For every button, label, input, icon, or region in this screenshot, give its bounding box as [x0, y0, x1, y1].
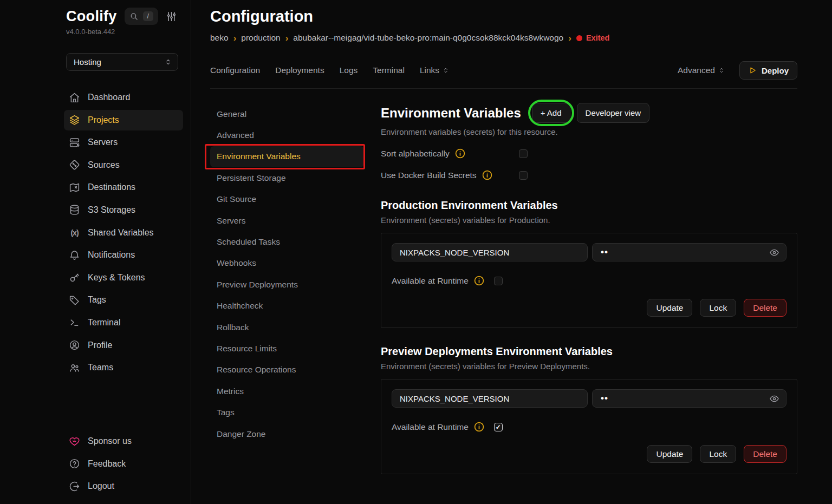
breadcrumb-project[interactable]: beko — [210, 33, 229, 43]
subnav-general[interactable]: General — [210, 103, 364, 125]
sidebar-item-label: Feedback — [88, 459, 126, 469]
tab-configuration[interactable]: Configuration — [210, 66, 260, 75]
sidebar-item-label: Servers — [88, 138, 118, 147]
sidebar-item-label: Notifications — [88, 250, 135, 260]
team-select[interactable]: Hosting — [66, 53, 178, 71]
subnav-environment-variables[interactable]: Environment Variables — [210, 146, 364, 167]
lock-button[interactable]: Lock — [700, 445, 736, 463]
subnav-danger-zone[interactable]: Danger Zone — [210, 423, 364, 444]
sidebar-item-dashboard[interactable]: Dashboard — [64, 87, 183, 108]
sidebar-item-sponsor[interactable]: Sponsor us — [64, 431, 183, 451]
search-icon — [129, 12, 139, 21]
subnav-rollback[interactable]: Rollback — [210, 317, 364, 338]
app-logo: Coolify — [66, 8, 117, 25]
sidebar-item-servers[interactable]: Servers — [64, 132, 183, 153]
tabs: Configuration Deployments Logs Terminal … — [210, 66, 450, 75]
info-icon — [482, 169, 493, 181]
status-dot-icon — [576, 35, 582, 41]
env-variable-value-field[interactable]: •• — [592, 243, 786, 261]
developer-view-label: Developer view — [586, 108, 641, 117]
sidebar-item-shared-variables[interactable]: (x) Shared Variables — [64, 222, 183, 243]
subnav-metrics[interactable]: Metrics — [210, 381, 364, 402]
chevrons-up-down-icon — [442, 67, 450, 74]
subnav-scheduled-tasks[interactable]: Scheduled Tasks — [210, 231, 364, 252]
subnav-healthcheck[interactable]: Healthcheck — [210, 296, 364, 317]
add-label: + Add — [541, 108, 562, 117]
settings-sliders-button[interactable] — [166, 11, 177, 22]
sort-alphabetically-checkbox[interactable] — [519, 149, 528, 158]
sidebar-item-label: Teams — [88, 363, 113, 372]
eye-icon — [769, 247, 779, 258]
sidebar-item-notifications[interactable]: Notifications — [64, 245, 183, 265]
map-icon — [69, 182, 80, 193]
subnav-resource-operations[interactable]: Resource Operations — [210, 359, 364, 381]
breadcrumb-environment[interactable]: production — [241, 33, 280, 43]
tab-logs[interactable]: Logs — [340, 66, 358, 75]
variable-actions: Update Lock Delete — [392, 299, 786, 317]
user-circle-icon — [69, 339, 80, 351]
add-env-variable-button[interactable]: + Add — [532, 103, 570, 123]
env-variable-name-input[interactable] — [392, 389, 588, 408]
sidebar-item-logout[interactable]: Logout — [64, 476, 183, 496]
brand-row: Coolify / — [66, 8, 191, 25]
layers-icon — [69, 114, 80, 126]
subnav-webhooks[interactable]: Webhooks — [210, 253, 364, 274]
env-header: Environment Variables + Add Developer vi… — [381, 103, 797, 123]
docker-build-secrets-row: Use Docker Build Secrets — [381, 171, 797, 180]
tab-deployments[interactable]: Deployments — [275, 66, 324, 75]
search-button[interactable]: / — [125, 8, 158, 25]
delete-button[interactable]: Delete — [744, 445, 786, 463]
sidebar-item-profile[interactable]: Profile — [64, 335, 183, 356]
update-button[interactable]: Update — [647, 445, 692, 463]
advanced-dropdown[interactable]: Advanced — [678, 66, 725, 75]
sidebar-item-keys-tokens[interactable]: Keys & Tokens — [64, 267, 183, 288]
reveal-value-button[interactable] — [769, 247, 779, 258]
env-variables-panel: Environment Variables + Add Developer vi… — [381, 103, 797, 474]
sidebar-item-teams[interactable]: Teams — [64, 357, 183, 378]
sidebar-item-s3-storages[interactable]: S3 Storages — [64, 200, 183, 220]
available-at-runtime-row: Available at Runtime — [392, 275, 786, 286]
tab-links[interactable]: Links — [420, 66, 450, 75]
available-at-runtime-label: Available at Runtime — [392, 276, 469, 286]
lock-button[interactable]: Lock — [700, 299, 736, 317]
available-at-runtime-checkbox[interactable] — [494, 277, 503, 285]
breadcrumb-resource[interactable]: abubakar--meigag/vid-tube-beko-pro:main-… — [293, 33, 563, 43]
subnav-servers[interactable]: Servers — [210, 210, 364, 231]
docker-build-secrets-checkbox[interactable] — [519, 171, 528, 180]
subnav-advanced[interactable]: Advanced — [210, 125, 364, 146]
sidebar-item-label: Logout — [88, 481, 114, 491]
deploy-button[interactable]: Deploy — [739, 61, 797, 80]
shared-variables-icon: (x) — [69, 228, 80, 237]
developer-view-button[interactable]: Developer view — [577, 103, 650, 123]
reveal-value-button[interactable] — [769, 394, 779, 404]
sidebar-item-label: Shared Variables — [88, 228, 154, 238]
update-button[interactable]: Update — [647, 299, 692, 317]
sidebar-item-label: Tags — [88, 295, 106, 305]
breadcrumb-separator-icon: › — [285, 34, 289, 43]
subnav-resource-limits[interactable]: Resource Limits — [210, 338, 364, 359]
available-at-runtime-label: Available at Runtime — [392, 422, 469, 432]
subnav-git-source[interactable]: Git Source — [210, 189, 364, 210]
server-icon — [69, 137, 80, 148]
docker-build-secrets-label: Use Docker Build Secrets — [381, 171, 477, 180]
sidebar-item-sources[interactable]: Sources — [64, 155, 183, 175]
sidebar-item-label: Projects — [88, 115, 119, 125]
team-select-value: Hosting — [74, 57, 101, 67]
help-circle-icon — [69, 458, 80, 469]
bell-icon — [69, 250, 80, 261]
tab-terminal[interactable]: Terminal — [373, 66, 405, 75]
delete-button[interactable]: Delete — [744, 299, 786, 317]
subnav-persistent-storage[interactable]: Persistent Storage — [210, 167, 364, 188]
subnav-preview-deployments[interactable]: Preview Deployments — [210, 274, 364, 295]
sidebar-item-terminal[interactable]: Terminal — [64, 312, 183, 333]
breadcrumb: beko › production › abubakar--meigag/vid… — [210, 33, 797, 43]
subnav-tags[interactable]: Tags — [210, 402, 364, 423]
sidebar-item-feedback[interactable]: Feedback — [64, 454, 183, 474]
sidebar-item-destinations[interactable]: Destinations — [64, 177, 183, 198]
available-at-runtime-checkbox[interactable]: ✓ — [494, 423, 503, 431]
sidebar-item-tags[interactable]: Tags — [64, 290, 183, 310]
env-variable-name-input[interactable] — [392, 243, 588, 261]
sidebar-item-projects[interactable]: Projects — [64, 110, 183, 130]
env-variable-value-field[interactable]: •• — [592, 389, 786, 408]
key-icon — [69, 272, 80, 283]
